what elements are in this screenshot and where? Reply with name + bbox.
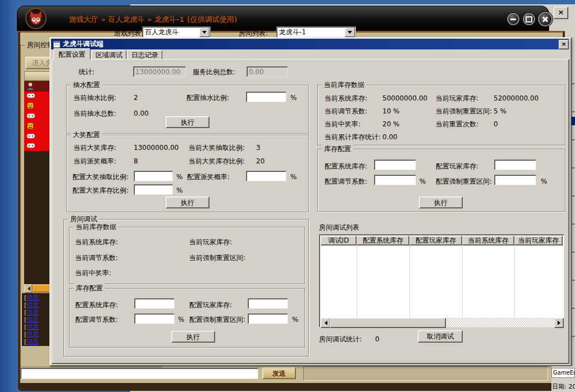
percent-label: % <box>290 173 296 181</box>
chat-link[interactable]: 信息 <box>26 338 39 345</box>
column-header-cur-player-stock[interactable]: 当前玩家库存 <box>514 236 563 245</box>
robot-icon <box>26 122 34 130</box>
scrollbar-thumb[interactable] <box>330 318 446 328</box>
cur-win-rate-value: 20 % <box>382 120 400 129</box>
room-cur-sys-stock-label: 当前系统库存: <box>75 238 118 247</box>
cancel-debug-button[interactable]: 取消调试 <box>418 330 463 343</box>
maximize-icon <box>526 16 532 22</box>
date-label: 日期: 201 <box>552 382 575 391</box>
scroll-right-button[interactable] <box>554 318 564 328</box>
room-cfg-reset-range-label: 配置强制重置区间: <box>189 316 245 324</box>
jackpot-config-group: 大奖配置 当前大奖库存: 13000000.00 当前大奖抽取比例: 3 当前派… <box>66 135 309 212</box>
maximize-button[interactable] <box>523 13 535 25</box>
chat-link[interactable]: 信息 <box>26 294 39 302</box>
cur-pump-total-label: 当前抽水总数: <box>74 110 116 118</box>
robot-icon <box>26 102 34 110</box>
pump-config-group: 抽水配置 当前抽水比例: 2 配置抽水比例: % 当前抽水总数: 0.00 执行 <box>66 85 309 134</box>
gamepad-icon <box>26 133 35 139</box>
column-divider <box>409 245 410 317</box>
service-ratio-label: 服务比例总数: <box>193 68 235 76</box>
room-cfg-sys-stock-input[interactable] <box>134 298 175 309</box>
cfg-jackpot-draw-input[interactable] <box>134 171 173 181</box>
cfg-pump-ratio-input[interactable] <box>246 92 286 102</box>
table-horizontal-scrollbar[interactable] <box>321 318 564 327</box>
column-header-cfg-sys-stock[interactable]: 配置系统库存 <box>357 236 409 245</box>
column-header-cfg-player-stock[interactable]: 配置玩家库存 <box>409 236 462 245</box>
scroll-left-button[interactable] <box>321 318 330 328</box>
cfg-sys-stock-input[interactable] <box>374 159 416 170</box>
status-panel <box>303 366 548 381</box>
current-stock-group: 当前库存数据 当前系统库存: 50000000.00 当前玩家库存: 52000… <box>317 85 565 145</box>
cfg-reset-range-input[interactable] <box>494 175 536 185</box>
room-stock-config-group: 库存配置 配置系统库存: 配置玩家库存: 配置调节系数: % 配置强制重置区间:… <box>69 288 305 348</box>
group-title: 抽水配置 <box>71 80 102 89</box>
execute-button[interactable]: 执行 <box>166 116 209 128</box>
tab-config[interactable]: 配置设置 <box>53 48 90 60</box>
cur-pump-total-value: 0.00 <box>134 110 149 118</box>
room-cfg-player-stock-input[interactable] <box>248 298 288 309</box>
room-debug-group: 房间调试 当前库存数据 当前系统库存: 当前玩家库存: 当前调节系数: 当前强制… <box>63 219 309 357</box>
breadcrumb: 游戏大厅 » 百人龙虎斗 » 龙虎斗-1 (仅供调试使用) <box>69 15 238 25</box>
execute-button[interactable]: 执行 <box>171 331 215 343</box>
cfg-coef-label: 配置调节系数: <box>325 177 367 186</box>
column-divider <box>357 245 357 317</box>
cfg-coef-input[interactable] <box>374 175 416 185</box>
chat-link[interactable]: 信息 <box>26 331 39 338</box>
tab-region-debug[interactable]: 区域调试 <box>92 50 126 60</box>
room-cur-reset-range-label: 当前强制重置区间: <box>189 254 245 262</box>
execute-button[interactable]: 执行 <box>419 197 463 208</box>
background-window-close-button[interactable]: × <box>554 7 568 19</box>
column-header-debug-id[interactable]: 调试ID <box>321 236 357 245</box>
dialog-titlebar[interactable]: 龙虎斗调试端 <box>51 39 569 49</box>
cur-pump-ratio-label: 当前抽水比例: <box>74 94 116 102</box>
cfg-jackpot-draw-label: 配置大奖抽取比例: <box>72 173 129 181</box>
cfg-reset-range-label: 配置强制重置区间: <box>436 177 492 186</box>
scroll-left-button[interactable] <box>24 284 33 293</box>
game-list-value: 百人龙虎斗 <box>145 28 179 36</box>
send-button[interactable]: 发送 <box>262 367 296 379</box>
cfg-player-stock-input[interactable] <box>494 159 536 170</box>
cfg-sys-stock-label: 配置系统库存: <box>325 162 367 171</box>
room-cur-win-rate-label: 当前中奖率: <box>75 269 111 277</box>
room-cfg-reset-range-input[interactable] <box>248 313 288 324</box>
minimize-button[interactable] <box>507 13 519 25</box>
game-list-select[interactable]: 百人龙虎斗 <box>142 26 211 38</box>
close-icon <box>542 16 549 22</box>
chat-input[interactable] <box>20 368 258 379</box>
column-divider <box>514 245 515 317</box>
cfg-pool-ratio-input[interactable] <box>134 184 173 195</box>
group-title: 当前库存数据 <box>322 80 367 89</box>
service-ratio-field <box>247 66 288 77</box>
cur-reset-range-label: 当前强制重置区间: <box>436 107 492 116</box>
room-cur-coef-label: 当前调节系数: <box>75 254 118 262</box>
percent-label: % <box>176 173 182 181</box>
percent-label: % <box>419 177 426 186</box>
game-list-label: 游戏列表: <box>114 29 143 38</box>
room-debug-stats-value: 0 <box>375 335 380 344</box>
cur-jackpot-draw-label: 当前大奖抽取比例: <box>189 144 245 152</box>
column-header-cur-sys-stock[interactable]: 当前系统库存 <box>462 236 514 245</box>
room-cfg-coef-input[interactable] <box>134 313 175 324</box>
chat-link[interactable]: 信息 <box>26 316 39 323</box>
group-title: 库存配置 <box>322 144 353 153</box>
cur-pump-ratio-value: 2 <box>134 94 138 102</box>
cur-sys-stock-label: 当前系统库存: <box>325 94 367 103</box>
background-window-tick-marks <box>571 56 575 359</box>
dialog-close-button[interactable]: × <box>559 40 569 49</box>
chat-link[interactable]: 信息 <box>26 309 39 316</box>
chat-link[interactable]: 信息 <box>26 302 39 309</box>
cfg-prize-prob-input[interactable] <box>246 171 286 181</box>
close-button[interactable] <box>538 12 553 26</box>
chevron-down-icon[interactable] <box>199 28 209 37</box>
table-header: 调试ID 配置系统库存 配置玩家库存 当前系统库存 当前玩家库存 <box>321 236 563 245</box>
percent-label: % <box>290 94 296 102</box>
user-icon <box>26 82 34 90</box>
tab-log[interactable]: 日志记录 <box>127 50 162 60</box>
chat-link[interactable]: 信息 <box>26 323 39 331</box>
room-cfg-coef-label: 配置调节系数: <box>75 316 118 324</box>
chevron-down-icon[interactable] <box>345 28 355 37</box>
execute-button[interactable]: 执行 <box>166 197 209 208</box>
desktop-edge <box>0 0 17 392</box>
room-cfg-sys-stock-label: 配置系统库存: <box>75 301 118 309</box>
room-list-select[interactable]: 龙虎斗-1 <box>276 26 356 38</box>
